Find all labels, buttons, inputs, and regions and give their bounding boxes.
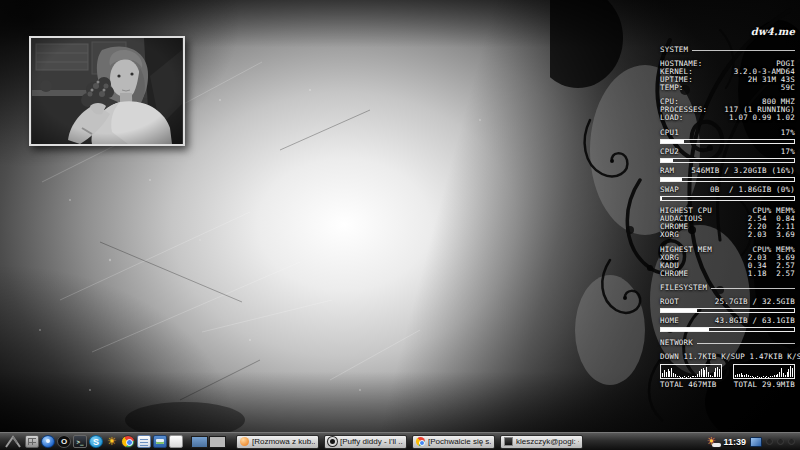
taskbar: [Rozmowa z kub... [Puffy diddy - I'll ..… xyxy=(0,432,800,450)
graph-bar xyxy=(792,368,793,377)
conky-name: XORG xyxy=(660,231,679,239)
weather-icon[interactable]: ☀ xyxy=(706,435,719,448)
kadu-icon xyxy=(240,437,249,446)
graph-bar xyxy=(739,374,740,377)
blank-window-icon[interactable] xyxy=(169,435,183,448)
kadu-icon[interactable] xyxy=(41,435,55,448)
menu-arrow-icon[interactable] xyxy=(3,434,23,449)
graph-bar xyxy=(757,376,758,377)
graph-bar xyxy=(748,375,749,377)
meter-value: 17% xyxy=(781,129,795,137)
graph-bar xyxy=(662,373,663,377)
workspace-2[interactable] xyxy=(209,436,226,448)
document-icon[interactable] xyxy=(137,435,151,448)
launcher-bar xyxy=(25,435,183,448)
download-graph xyxy=(660,364,722,379)
graph-bar xyxy=(772,376,773,377)
graph-bar xyxy=(763,376,764,377)
clock[interactable]: 11:39 xyxy=(723,437,746,447)
tray-icon[interactable] xyxy=(788,438,795,445)
chrome-icon[interactable] xyxy=(121,435,135,448)
window-title: [Puffy diddy - I'll ... xyxy=(340,436,403,448)
conky-row: CHROME1.18 2.57 xyxy=(660,270,795,278)
meter-value: 546MIB / 3.20GIB (16%) xyxy=(691,167,795,175)
graph-bar xyxy=(677,376,678,377)
tray-icon[interactable] xyxy=(777,438,784,445)
taskbar-window-kadu-chat[interactable]: [Rozmowa z kub... xyxy=(236,435,319,449)
conky-meter: CPU217% xyxy=(660,148,795,163)
graph-bar xyxy=(719,369,720,377)
graph-bar xyxy=(703,368,704,377)
conky-meter: CPU117% xyxy=(660,129,795,144)
meter-bar xyxy=(660,196,795,201)
workspace-pager xyxy=(191,436,226,448)
graph-bar xyxy=(779,372,780,378)
meter-label: CPU2 xyxy=(660,148,679,156)
graph-bar xyxy=(783,373,784,377)
graph-bar xyxy=(706,367,707,377)
graph-bar xyxy=(741,373,742,377)
graph-bar xyxy=(695,376,696,377)
graph-bar xyxy=(790,366,791,377)
chrome-icon xyxy=(416,437,425,446)
meter-value: 43.8GIB / 63.1GIB xyxy=(715,317,795,325)
system-tray: ☀ 11:39 xyxy=(706,435,797,448)
graph-bar xyxy=(752,376,753,377)
taskbar-window-chrome[interactable]: [Pochwalcie się s... xyxy=(412,435,495,449)
highest-cpu-section: HIGHEST CPUCPU% MEM% AUDACIOUS2.54 0.84C… xyxy=(660,207,795,239)
graph-bar xyxy=(737,374,738,377)
graph-bar xyxy=(750,376,751,377)
graph-bar xyxy=(777,374,778,377)
window-title: [Rozmowa z kub... xyxy=(252,436,315,448)
file-grid-icon[interactable] xyxy=(25,435,39,448)
graph-bar xyxy=(788,369,789,377)
graph-bar xyxy=(697,374,698,377)
graph-bar xyxy=(666,372,667,377)
graph-bar xyxy=(735,375,736,377)
cloud-icon xyxy=(712,443,721,447)
meter-label: ROOT xyxy=(660,298,679,306)
conky-value: 1.07 0.99 1.02 xyxy=(729,114,795,122)
system-info-rows: HOSTNAME:POGIKERNEL:3.2.0-3-AMD64UPTIME:… xyxy=(660,60,795,92)
display-tray-icon[interactable] xyxy=(750,437,762,447)
opera-icon[interactable] xyxy=(57,435,71,448)
network-graphs xyxy=(660,364,795,379)
skype-icon[interactable] xyxy=(89,435,103,448)
graph-bar xyxy=(668,369,669,377)
graph-bar xyxy=(669,371,670,377)
graph-bar xyxy=(776,375,777,377)
graph-bar xyxy=(679,376,680,377)
graph-bar xyxy=(766,376,767,377)
cpu-meters: CPU117%CPU217% xyxy=(660,129,795,163)
conky-meter: SWAP0B / 1.86GIB (0%) xyxy=(660,186,795,201)
taskbar-window-audacious[interactable]: [Puffy diddy - I'll ... xyxy=(324,435,407,449)
audacious-sun-icon[interactable] xyxy=(105,435,119,448)
graph-bar xyxy=(717,367,718,377)
workspace-1[interactable] xyxy=(191,436,208,448)
tray-icon[interactable] xyxy=(766,438,773,445)
conky-row: TEMP:59C xyxy=(660,84,795,92)
meter-bar xyxy=(660,327,795,332)
network-rate-row: DOWN 11.7KIB K/S UP 1.47KIB K/S xyxy=(660,353,795,361)
graph-bar xyxy=(781,368,782,377)
conky-values: 1.18 2.57 xyxy=(748,270,795,278)
graph-bar xyxy=(684,376,685,377)
header-rule xyxy=(692,50,795,51)
meter-value: 25.7GIB / 32.5GIB xyxy=(715,298,795,306)
taskbar-window-terminal[interactable]: kleszczyk@pogi: ~ xyxy=(500,435,583,449)
graph-bar xyxy=(785,375,786,377)
graph-bar xyxy=(693,376,694,377)
graph-bar xyxy=(701,369,702,377)
download-rate: DOWN 11.7KIB K/S xyxy=(660,353,735,361)
conky-system-monitor: dw4.me SYSTEM HOSTNAME:POGIKERNEL:3.2.0-… xyxy=(660,26,795,389)
photo-widget xyxy=(29,36,185,146)
graph-bar xyxy=(704,370,705,377)
meter-bar xyxy=(660,139,795,144)
upload-graph xyxy=(733,364,795,379)
filesystem-meters: ROOT25.7GIB / 32.5GIBHOME43.8GIB / 63.1G… xyxy=(660,298,795,332)
meter-label: RAM xyxy=(660,167,674,175)
media-player-icon[interactable] xyxy=(153,435,167,448)
meter-bar xyxy=(660,158,795,163)
desktop: dw4.me SYSTEM HOSTNAME:POGIKERNEL:3.2.0-… xyxy=(0,0,800,432)
terminal-icon[interactable] xyxy=(73,435,87,448)
